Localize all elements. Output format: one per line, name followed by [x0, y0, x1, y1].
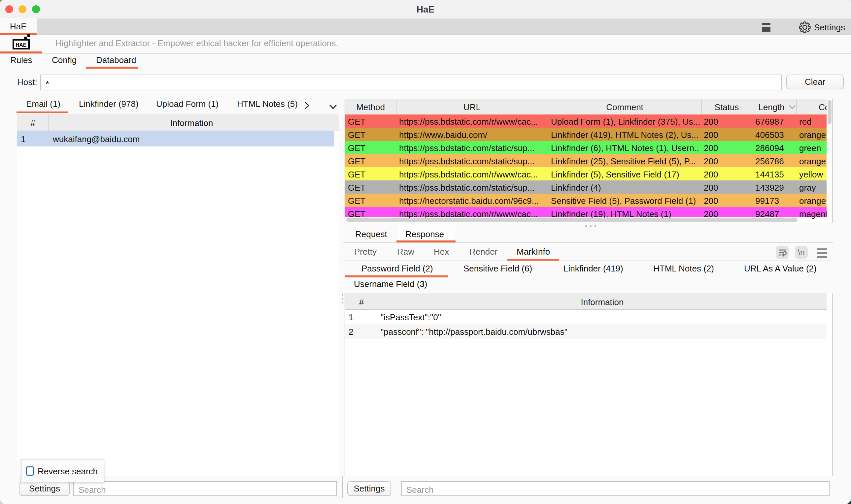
svg-text:HAE: HAE	[16, 42, 27, 49]
